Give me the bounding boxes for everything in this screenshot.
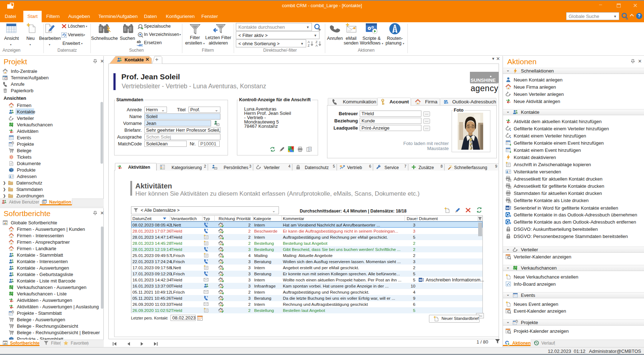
svg-text:G: G bbox=[289, 146, 290, 149]
svg-text:A: A bbox=[308, 40, 310, 44]
svg-text:ac: ac bbox=[139, 43, 143, 47]
svg-text:Z: Z bbox=[316, 40, 318, 44]
svg-text:A: A bbox=[316, 44, 318, 47]
svg-text:Z: Z bbox=[308, 44, 310, 47]
